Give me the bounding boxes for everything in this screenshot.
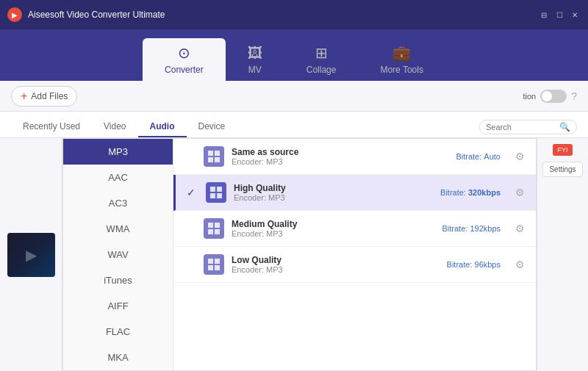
titlebar: ▶ Aiseesoft Video Converter Ultimate ⊟ ☐… <box>0 0 588 29</box>
close-button[interactable]: ✕ <box>569 9 581 21</box>
svg-rect-9 <box>215 223 220 228</box>
more-tools-icon: 💼 <box>392 44 411 62</box>
add-files-label: Add Files <box>31 91 68 101</box>
search-box: 🔍 <box>479 120 577 134</box>
minimize-button[interactable]: ⊟ <box>538 9 550 21</box>
quality-info-medium: Medium Quality Encoder: MP3 <box>232 219 434 238</box>
gear-icon-high[interactable]: ⚙ <box>515 187 525 198</box>
format-item-wma[interactable]: WMA <box>63 216 173 242</box>
format-badge[interactable]: FYI <box>553 144 572 156</box>
svg-rect-6 <box>210 193 215 198</box>
quality-info-high: High Quality Encoder: MP3 <box>234 183 433 202</box>
format-tabs-row: Recently Used Video Audio Device 🔍 <box>0 112 588 138</box>
svg-rect-1 <box>215 151 220 156</box>
settings-button[interactable]: Settings <box>542 162 582 177</box>
svg-rect-13 <box>215 259 220 264</box>
quality-icon-same <box>204 146 224 167</box>
tab-video[interactable]: Video <box>92 117 137 137</box>
format-list: MP3 AAC AC3 WMA WAV iTunes <box>63 139 173 370</box>
quality-info-low: Low Quality Encoder: MP3 <box>232 255 440 274</box>
add-files-button[interactable]: + Add Files <box>11 86 77 107</box>
quality-info-same: Same as source Encoder: MP3 <box>232 147 448 166</box>
quality-item-same-as-source[interactable]: ✓ Same as source Encoder: MP3 Bitrate: A… <box>173 139 536 175</box>
quality-bitrate-low: Bitrate: 96kbps <box>447 260 501 269</box>
app-icon: ▶ <box>7 7 22 22</box>
gear-icon-same[interactable]: ⚙ <box>515 151 525 162</box>
quality-icon-low <box>204 254 224 275</box>
gear-icon-medium[interactable]: ⚙ <box>515 223 525 234</box>
format-item-mp3[interactable]: MP3 <box>63 139 173 165</box>
quality-item-low[interactable]: ✓ Low Quality Encoder: MP3 Bitrate: 96kb… <box>173 247 536 283</box>
format-item-aiff[interactable]: AIFF <box>63 293 173 319</box>
restore-button[interactable]: ☐ <box>553 9 565 21</box>
quality-encoder-high: Encoder: MP3 <box>234 193 433 202</box>
video-thumbnail <box>7 233 55 277</box>
collage-icon: ⊞ <box>315 44 328 62</box>
tab-more-tools[interactable]: 💼 More Tools <box>358 38 445 81</box>
svg-rect-5 <box>217 187 222 192</box>
svg-rect-8 <box>208 223 213 228</box>
tab-recently-used-label: Recently Used <box>23 121 80 132</box>
content-area: MP3 AAC AC3 WMA WAV iTunes <box>0 138 588 371</box>
quality-bitrate-high: Bitrate: 320kbps <box>440 188 501 197</box>
svg-rect-3 <box>215 157 220 162</box>
tab-recently-used[interactable]: Recently Used <box>11 117 92 137</box>
quality-icon-high <box>206 182 226 203</box>
format-item-ac3[interactable]: AC3 <box>63 190 173 216</box>
quality-item-medium[interactable]: ✓ Medium Quality Encoder: MP3 Bitrate: 1… <box>173 211 536 247</box>
svg-rect-11 <box>215 229 220 234</box>
tab-audio[interactable]: Audio <box>138 117 187 137</box>
app-title: Aiseesoft Video Converter Ultimate <box>28 10 165 20</box>
tab-video-label: Video <box>104 121 126 132</box>
toggle-knob <box>542 91 552 101</box>
svg-rect-10 <box>208 229 213 234</box>
notification-toggle[interactable] <box>540 90 567 103</box>
tab-mv-label: MV <box>248 65 262 75</box>
tab-collage-label: Collage <box>306 65 337 75</box>
mv-icon: 🖼 <box>248 45 262 62</box>
svg-rect-14 <box>208 265 213 270</box>
quality-name-high: High Quality <box>234 183 433 193</box>
format-item-aac[interactable]: AAC <box>63 165 173 190</box>
nav-tabs: ⊙ Converter 🖼 MV ⊞ Collage 💼 More Tools <box>0 29 588 81</box>
tab-converter-label: Converter <box>165 65 204 75</box>
quality-list: ✓ Same as source Encoder: MP3 Bitrate: A… <box>173 139 536 370</box>
svg-rect-12 <box>208 259 213 264</box>
svg-rect-7 <box>217 193 222 198</box>
thumbnail-panel <box>0 138 62 371</box>
tab-converter[interactable]: ⊙ Converter <box>143 38 226 81</box>
tab-audio-label: Audio <box>150 121 175 132</box>
svg-rect-15 <box>215 265 220 270</box>
search-input[interactable] <box>486 123 559 132</box>
tab-mv[interactable]: 🖼 MV <box>226 39 284 81</box>
svg-rect-0 <box>208 151 213 156</box>
titlebar-left: ▶ Aiseesoft Video Converter Ultimate <box>7 7 165 22</box>
quality-name-low: Low Quality <box>232 255 440 265</box>
quality-encoder-medium: Encoder: MP3 <box>232 229 434 238</box>
tab-more-tools-label: More Tools <box>380 65 423 75</box>
format-item-flac[interactable]: FLAC <box>63 319 173 345</box>
quality-icon-medium <box>204 218 224 239</box>
quality-name-medium: Medium Quality <box>232 219 434 229</box>
format-item-itunes[interactable]: iTunes <box>63 267 173 293</box>
svg-rect-4 <box>210 187 215 192</box>
quality-bitrate-medium: Bitrate: 192kbps <box>442 224 501 233</box>
right-panel: MP3 AAC AC3 WMA WAV iTunes <box>62 138 537 371</box>
toolbar: + Add Files tion ? <box>0 81 588 112</box>
quality-name-same: Same as source <box>232 147 448 157</box>
quality-item-high[interactable]: ✓ High Quality Encoder: MP3 Bitrate: 320… <box>173 175 536 211</box>
converter-icon: ⊙ <box>178 44 190 62</box>
format-item-wav[interactable]: WAV <box>63 242 173 267</box>
tab-device[interactable]: Device <box>187 117 237 137</box>
tab-device-label: Device <box>198 121 226 132</box>
format-item-mka[interactable]: MKA <box>63 345 173 370</box>
main-wrapper: + Add Files tion ? Recently Used Video A… <box>0 81 588 371</box>
plus-icon: + <box>21 90 27 103</box>
gear-icon-low[interactable]: ⚙ <box>515 259 525 270</box>
far-right-panel: FYI Settings <box>537 138 588 371</box>
help-icon[interactable]: ? <box>571 90 577 102</box>
svg-rect-2 <box>208 157 213 162</box>
titlebar-controls: ⊟ ☐ ✕ <box>538 9 581 21</box>
quality-encoder-low: Encoder: MP3 <box>232 265 440 274</box>
tab-collage[interactable]: ⊞ Collage <box>284 38 359 81</box>
